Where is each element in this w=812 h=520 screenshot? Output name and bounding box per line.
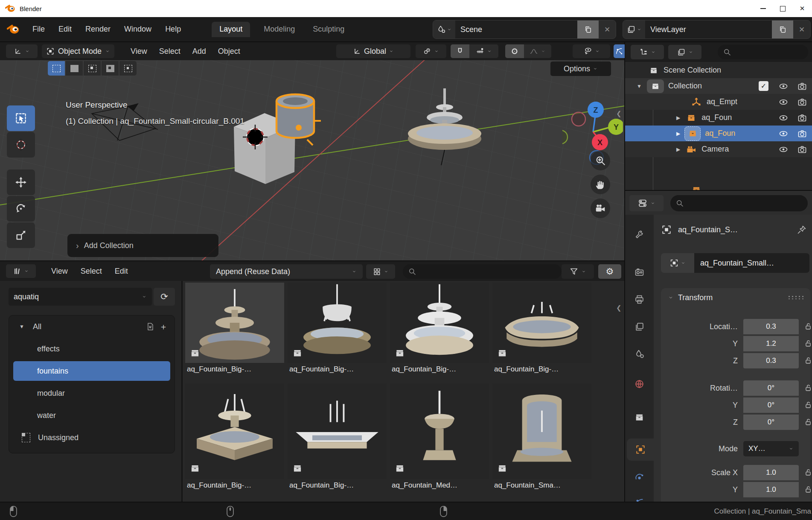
outliner-filter-button[interactable] <box>668 45 701 59</box>
move-catalog-icon[interactable] <box>146 322 155 331</box>
tab-render[interactable] <box>625 261 654 283</box>
select-mode-lasso[interactable] <box>102 61 119 76</box>
tool-scale[interactable] <box>7 222 35 248</box>
catalog-item-unassigned[interactable]: Unassigned <box>9 427 175 449</box>
add-catalog-icon[interactable]: ＋ <box>159 321 168 333</box>
viewlayer-type-dropdown[interactable] <box>623 20 645 38</box>
maximize-button[interactable] <box>773 0 792 17</box>
properties-editor-type-button[interactable] <box>629 195 664 211</box>
lock-icon[interactable] <box>803 383 812 392</box>
menu-file[interactable]: File <box>31 25 47 34</box>
tab-object-active[interactable] <box>627 438 654 461</box>
menu-edit[interactable]: Edit <box>57 25 73 34</box>
disclosure-closed-icon[interactable]: ▶ <box>676 146 680 152</box>
lock-icon[interactable] <box>803 467 812 477</box>
workspace-tab-layout[interactable]: Layout <box>212 22 250 37</box>
properties-search-input[interactable] <box>670 195 808 211</box>
lock-icon[interactable] <box>803 321 812 331</box>
lock-icon[interactable] <box>803 485 812 494</box>
outliner-display-mode-button[interactable] <box>631 45 664 59</box>
menu-window[interactable]: Window <box>122 25 153 34</box>
outliner-row-camera[interactable]: ▶ Camera <box>625 141 812 157</box>
display-size-dropdown[interactable] <box>366 264 395 279</box>
select-mode-intersect[interactable] <box>119 61 137 76</box>
eye-icon[interactable] <box>778 81 789 91</box>
asset-settings-button[interactable]: ⚙ <box>598 264 621 279</box>
fountain-object[interactable] <box>401 86 491 169</box>
object-name-input[interactable]: aq_Fountain_Small… <box>694 253 809 273</box>
catalog-item-fountains[interactable]: fountains <box>13 361 170 381</box>
rotation-z-field[interactable]: 0° <box>743 415 799 430</box>
camera-render-icon[interactable] <box>797 81 807 91</box>
catalog-item-all[interactable]: ▼ All ＋ <box>9 316 175 338</box>
tab-scene[interactable] <box>625 343 654 365</box>
viewport-menu-add[interactable]: Add <box>191 47 208 56</box>
eye-icon[interactable] <box>778 113 789 123</box>
outliner-row-collection[interactable]: ▼ Collection ✓ <box>625 78 812 94</box>
gizmos-toggle[interactable] <box>614 44 625 58</box>
viewlayer-remove-button[interactable]: ✕ <box>793 20 810 38</box>
catalog-item-modular[interactable]: modular <box>9 382 175 404</box>
camera-render-icon[interactable] <box>797 113 807 123</box>
disclosure-closed-icon[interactable]: ▶ <box>676 131 680 137</box>
mode-dropdown[interactable]: Object Mode <box>42 44 114 58</box>
viewlayer-copy-button[interactable] <box>772 20 793 38</box>
tool-rotate[interactable] <box>7 196 35 222</box>
menu-render[interactable]: Render <box>84 25 112 34</box>
viewport-menu-object[interactable]: Object <box>216 47 242 56</box>
select-mode-circle[interactable] <box>84 61 101 76</box>
operator-panel-add-collection[interactable]: › Add Collection <box>67 234 218 257</box>
tab-collection[interactable] <box>625 406 654 428</box>
viewport-menu-view[interactable]: View <box>129 47 149 56</box>
asset-editor-type-button[interactable] <box>6 264 36 278</box>
snap-settings-dropdown[interactable] <box>469 44 498 58</box>
options-dropdown[interactable]: Options <box>550 61 611 76</box>
scene-copy-button[interactable] <box>577 20 599 38</box>
workspace-tab-modeling[interactable]: Modeling <box>256 22 303 37</box>
pan-hand-button[interactable] <box>591 175 610 194</box>
tab-view-layer[interactable] <box>625 316 654 338</box>
asset-sidebar-collapse-icon[interactable]: ❮ <box>616 304 622 312</box>
location-y-field[interactable]: 1.2 <box>743 336 799 351</box>
panel-grip-icon[interactable] <box>789 296 804 299</box>
rotation-x-field[interactable]: 0° <box>743 380 799 396</box>
scene-name-field[interactable]: Scene <box>455 20 577 38</box>
viewport-canvas[interactable]: Options User Perspective (1) Collection … <box>0 60 624 260</box>
zoom-button[interactable] <box>591 151 610 170</box>
location-z-field[interactable]: 0.3 <box>743 353 799 368</box>
pivot-point-dropdown[interactable] <box>416 44 446 58</box>
tab-output[interactable] <box>625 288 654 310</box>
lock-icon[interactable] <box>803 339 812 348</box>
transform-orientation-dropdown[interactable]: Global <box>336 44 410 58</box>
asset-menu-view[interactable]: View <box>49 267 70 276</box>
scale-x-field[interactable]: 1.0 <box>743 465 799 480</box>
camera-render-icon[interactable] <box>797 129 807 139</box>
asset-card[interactable]: aq_Fountain_Big-… <box>492 283 591 374</box>
proportional-falloff-dropdown[interactable] <box>524 44 551 58</box>
pin-icon[interactable] <box>797 225 807 235</box>
scale-y-field[interactable]: 1.0 <box>743 482 799 497</box>
asset-card[interactable]: aq_Fountain_Big-… <box>288 283 387 374</box>
tool-cursor[interactable] <box>7 132 35 158</box>
asset-card[interactable]: aq_Fountain_Big-… <box>185 283 284 374</box>
asset-search-input[interactable] <box>403 264 562 279</box>
object-id-dropdown[interactable] <box>661 253 694 273</box>
scene-type-dropdown[interactable] <box>433 20 455 38</box>
menu-help[interactable]: Help <box>163 25 183 34</box>
asset-menu-edit[interactable]: Edit <box>113 267 130 276</box>
outliner-row-aq-empty[interactable]: aq_Empt <box>625 94 812 110</box>
blender-menu-logo-icon[interactable] <box>7 24 20 35</box>
close-button[interactable]: ✕ <box>792 0 812 17</box>
viewport-menu-select[interactable]: Select <box>157 47 182 56</box>
location-x-field[interactable]: 0.3 <box>743 319 799 334</box>
disclosure-closed-icon[interactable]: ▶ <box>676 115 680 121</box>
outliner-row-aq-foun-1[interactable]: ▶ aq_Foun <box>625 110 812 126</box>
asset-card[interactable]: aq_Fountain_Big-… <box>390 283 489 374</box>
import-method-dropdown[interactable]: Append (Reuse Data) <box>210 264 363 279</box>
asset-library-dropdown[interactable]: aquatiq <box>9 288 152 306</box>
transform-panel-header[interactable]: Transform <box>661 288 810 307</box>
refresh-library-button[interactable]: ⟳ <box>154 288 175 306</box>
lock-icon[interactable] <box>803 417 812 427</box>
asset-card[interactable]: aq_Fountain_Big-… <box>185 383 284 490</box>
camera-render-icon[interactable] <box>797 97 807 107</box>
